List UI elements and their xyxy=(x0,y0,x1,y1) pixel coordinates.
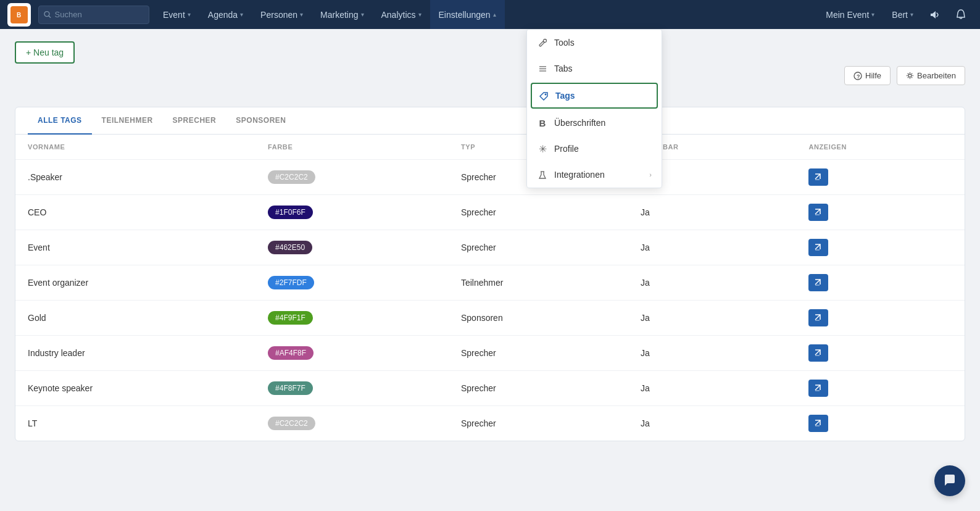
bell-icon[interactable] xyxy=(949,0,973,29)
cell-sichtbar: Ja xyxy=(628,230,797,265)
top-navigation: B Event ▾ Agenda ▾ Personen ▾ Marketing … xyxy=(0,0,980,29)
svg-point-11 xyxy=(908,74,911,77)
action-button[interactable] xyxy=(808,380,828,397)
action-button[interactable] xyxy=(808,239,828,256)
tab-bar: ALLE TAGS TEILNEHMER SPRECHER SPONSOREN xyxy=(15,107,965,135)
cell-typ: Sprecher xyxy=(449,336,628,371)
search-box[interactable] xyxy=(38,6,149,24)
dropdown-item-integrationen[interactable]: Integrationen › xyxy=(527,162,662,188)
chevron-up-icon: ▴ xyxy=(493,11,496,18)
hilfe-button[interactable]: ? Hilfe xyxy=(844,66,891,85)
action-button[interactable] xyxy=(808,344,828,362)
flask-icon xyxy=(537,169,548,180)
svg-point-3 xyxy=(543,39,546,42)
cell-farbe: #C2C2C2 xyxy=(255,160,449,195)
tab-alle-tags[interactable]: ALLE TAGS xyxy=(28,107,92,135)
megaphone-icon[interactable] xyxy=(923,0,947,29)
cell-typ: Sprecher xyxy=(449,371,628,406)
svg-line-2 xyxy=(49,16,51,18)
cell-vorname: Industry leader xyxy=(15,336,255,371)
cell-typ: Sprecher xyxy=(449,195,628,230)
nav-bert[interactable]: Bert ▾ xyxy=(884,0,921,29)
chevron-down-icon: ▾ xyxy=(910,11,913,18)
asterisk-icon: ✳ xyxy=(537,143,548,154)
nav-mein-event[interactable]: Mein Event ▾ xyxy=(818,0,882,29)
svg-rect-16 xyxy=(815,320,820,321)
action-button[interactable] xyxy=(808,309,828,326)
app-logo[interactable]: B xyxy=(7,3,31,27)
dropdown-item-tags[interactable]: Tags xyxy=(531,83,658,109)
content-area: + Neu tag ? Hilfe Bearbeiten ALLE TAGS T… xyxy=(0,29,980,454)
tab-sponsoren[interactable]: SPONSOREN xyxy=(226,107,296,135)
chevron-down-icon: ▾ xyxy=(188,11,191,18)
cell-typ: Teilnehmer xyxy=(449,265,628,301)
top-actions: ? Hilfe Bearbeiten xyxy=(844,66,965,85)
bearbeiten-button[interactable]: Bearbeiten xyxy=(897,66,965,85)
cell-sichtbar: Ja xyxy=(628,336,797,371)
col-header-anzeigen: ANZEIGEN xyxy=(796,135,965,160)
cell-typ: Sprecher xyxy=(449,230,628,265)
cell-sichtbar: Ja xyxy=(628,301,797,336)
chevron-right-icon: › xyxy=(649,171,652,178)
col-header-farbe: FARBE xyxy=(255,135,449,160)
nav-analytics[interactable]: Analytics ▾ xyxy=(373,0,430,29)
cell-anzeigen xyxy=(796,406,965,441)
tags-icon xyxy=(538,90,549,101)
table-row: Industry leader#AF4F8FSprecherJa xyxy=(15,336,965,371)
dropdown-item-profile[interactable]: ✳ Profile xyxy=(527,136,662,162)
gear-icon xyxy=(906,72,914,80)
bold-icon: B xyxy=(537,117,548,128)
dropdown-item-tools[interactable]: Tools xyxy=(527,30,662,56)
svg-rect-17 xyxy=(815,355,820,356)
cell-farbe: #2F7FDF xyxy=(255,265,449,301)
nav-agenda[interactable]: Agenda ▾ xyxy=(199,0,252,29)
tab-sprecher[interactable]: SPRECHER xyxy=(163,107,226,135)
cell-vorname: Event xyxy=(15,230,255,265)
dropdown-item-uberschriften[interactable]: B Überschriften xyxy=(527,110,662,136)
svg-rect-19 xyxy=(815,425,820,426)
svg-rect-18 xyxy=(815,390,820,391)
nav-personen[interactable]: Personen ▾ xyxy=(252,0,312,29)
search-input[interactable] xyxy=(55,10,144,19)
cell-anzeigen xyxy=(796,265,965,301)
new-tag-button[interactable]: + Neu tag xyxy=(15,41,75,64)
cell-farbe: #AF4F8F xyxy=(255,336,449,371)
nav-event[interactable]: Event ▾ xyxy=(154,0,199,29)
cell-vorname: .Speaker xyxy=(15,160,255,195)
cell-farbe: #C2C2C2 xyxy=(255,406,449,441)
nav-right: Mein Event ▾ Bert ▾ xyxy=(818,0,973,29)
svg-rect-15 xyxy=(815,285,820,286)
nav-items: Event ▾ Agenda ▾ Personen ▾ Marketing ▾ … xyxy=(154,0,818,29)
table-row: Gold#4F9F1FSponsorenJa xyxy=(15,301,965,336)
tab-teilnehmer[interactable]: TEILNEHMER xyxy=(92,107,163,135)
einstellungen-dropdown: Tools Tabs Tags B Überschriften ✳ Profil… xyxy=(526,29,662,188)
dropdown-item-tabs[interactable]: Tabs xyxy=(527,56,662,81)
cell-anzeigen xyxy=(796,160,965,195)
col-header-vorname: VORNAME xyxy=(15,135,255,160)
cell-vorname: Gold xyxy=(15,301,255,336)
action-button[interactable] xyxy=(808,415,828,432)
cell-typ: Sponsoren xyxy=(449,301,628,336)
action-button[interactable] xyxy=(808,204,828,221)
cell-vorname: Keynote speaker xyxy=(15,371,255,406)
cell-typ: Sprecher xyxy=(449,406,628,441)
cell-farbe: #4F9F1F xyxy=(255,301,449,336)
action-button[interactable] xyxy=(808,274,828,291)
chevron-down-icon: ▾ xyxy=(361,11,364,18)
nav-marketing[interactable]: Marketing ▾ xyxy=(312,0,372,29)
chevron-down-icon: ▾ xyxy=(418,11,421,18)
table-row: Keynote speaker#4F8F7FSprecherJa xyxy=(15,371,965,406)
cell-farbe: #462E50 xyxy=(255,230,449,265)
table-row: .Speaker#C2C2C2SprecherJa xyxy=(15,160,965,195)
nav-einstellungen[interactable]: Einstellungen ▴ xyxy=(430,0,505,29)
tabs-icon xyxy=(537,63,548,74)
cell-anzeigen xyxy=(796,336,965,371)
svg-text:?: ? xyxy=(857,73,860,80)
svg-point-7 xyxy=(544,93,546,95)
action-button[interactable] xyxy=(808,168,828,186)
cell-vorname: Event organizer xyxy=(15,265,255,301)
tools-icon xyxy=(537,37,548,48)
table-row: Event#462E50SprecherJa xyxy=(15,230,965,265)
cell-sichtbar: Ja xyxy=(628,371,797,406)
svg-text:B: B xyxy=(17,12,21,19)
